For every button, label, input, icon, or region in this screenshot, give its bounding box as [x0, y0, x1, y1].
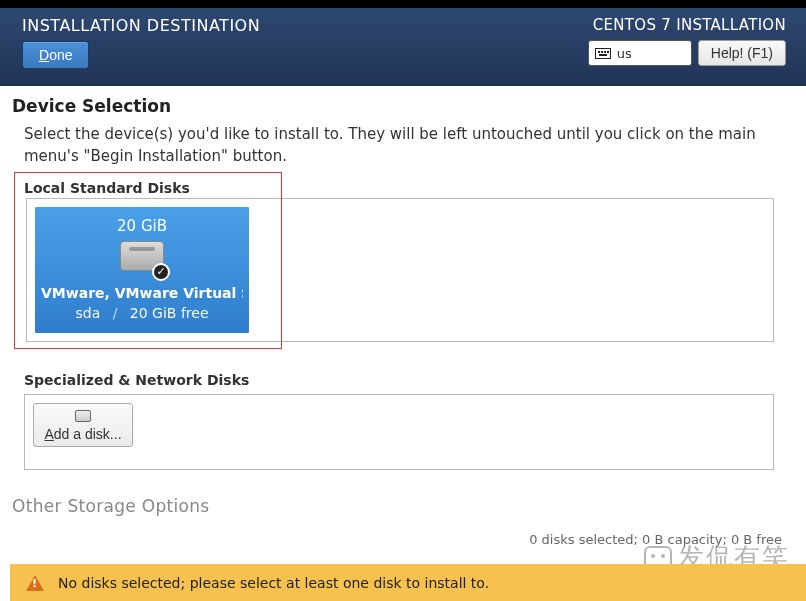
warning-message: No disks selected; please select at leas… — [58, 575, 489, 591]
device-selection-title: Device Selection — [12, 96, 794, 116]
header-bar: INSTALLATION DESTINATION Done CENTOS 7 I… — [0, 8, 806, 86]
disk-summary-text: 0 disks selected; 0 B capacity; 0 B free — [529, 532, 782, 547]
local-disks-label: Local Standard Disks — [14, 180, 794, 196]
checkmark-icon: ✓ — [152, 263, 170, 281]
disk-card-sda[interactable]: 20 GiB ✓ VMware, VMware Virtual S sda / … — [35, 207, 249, 333]
content-area: Device Selection Select the device(s) yo… — [0, 86, 806, 522]
local-disks-panel: 20 GiB ✓ VMware, VMware Virtual S sda / … — [26, 198, 774, 342]
disk-name: VMware, VMware Virtual S — [41, 285, 243, 301]
header-right: CENTOS 7 INSTALLATION us Help! (F1) — [588, 16, 786, 86]
add-disk-label: Add a disk... — [44, 426, 121, 442]
warning-icon — [26, 575, 44, 591]
disk-icon-wrap: ✓ — [120, 241, 164, 275]
disk-size: 20 GiB — [41, 217, 243, 235]
meta-separator: / — [113, 305, 118, 321]
add-disk-button[interactable]: Add a disk... — [33, 403, 133, 447]
keyboard-layout-indicator[interactable]: us — [588, 40, 692, 66]
specialized-disks-label: Specialized & Network Disks — [12, 372, 794, 388]
keyboard-icon — [595, 48, 611, 59]
window-top-border — [0, 0, 806, 8]
local-disks-section: Local Standard Disks 20 GiB ✓ VMware, VM… — [14, 180, 794, 342]
installer-title: CENTOS 7 INSTALLATION — [593, 16, 786, 34]
specialized-disks-section: Specialized & Network Disks Add a disk..… — [12, 372, 794, 470]
page-title: INSTALLATION DESTINATION — [22, 16, 260, 35]
help-button[interactable]: Help! (F1) — [698, 40, 786, 66]
header-controls: us Help! (F1) — [588, 40, 786, 66]
done-button-rest: one — [49, 47, 72, 63]
instructions-text: Select the device(s) you'd like to insta… — [24, 124, 782, 168]
disk-device: sda — [75, 305, 100, 321]
status-bar: 0 disks selected; 0 B capacity; 0 B free — [0, 524, 806, 554]
disk-free: 20 GiB free — [130, 305, 209, 321]
specialized-disks-panel: Add a disk... — [24, 394, 774, 470]
warning-bar: No disks selected; please select at leas… — [10, 564, 806, 601]
disk-meta: sda / 20 GiB free — [41, 305, 243, 321]
other-storage-options-title: Other Storage Options — [12, 496, 794, 516]
keyboard-layout-text: us — [617, 46, 632, 61]
header-left: INSTALLATION DESTINATION Done — [22, 16, 260, 86]
done-button[interactable]: Done — [22, 41, 89, 69]
disk-add-icon — [75, 410, 91, 422]
